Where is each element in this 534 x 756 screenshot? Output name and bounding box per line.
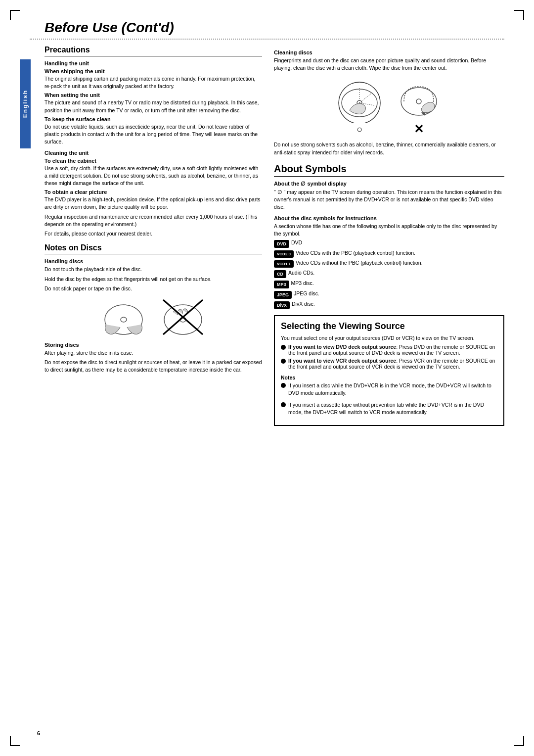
cleaning-incorrect: ✕ — [394, 77, 444, 136]
disc-item-mp3: MP3 MP3 disc. — [274, 280, 504, 288]
precautions-title: Precautions — [44, 46, 262, 56]
dvd-source-item: If you want to view DVD deck output sour… — [281, 344, 497, 356]
cleaning-discs-label: Cleaning discs — [274, 49, 504, 55]
notes-title: Notes — [281, 375, 497, 380]
storing-discs-label: Storing discs — [44, 342, 262, 348]
page-title: Before Use (Cont'd) — [44, 20, 504, 36]
storing-discs-text1: After playing, store the disc in its cas… — [44, 349, 262, 357]
handling-discs-text3: Do not stick paper or tape on the disc. — [44, 285, 262, 292]
handling-unit-label: Handling the unit — [44, 60, 262, 66]
cleaning-diagram: ○ ✕ — [274, 77, 504, 136]
note-text-1: If you insert a disc while the DVD+VCR i… — [288, 382, 497, 397]
badge-vcd11: VCD1.1 — [274, 260, 294, 268]
note-item-1: If you insert a disc while the DVD+VCR i… — [281, 382, 497, 399]
note-text-2: If you insert a cassette tape without pr… — [288, 401, 497, 416]
keep-surface-label: To keep the surface clean — [44, 116, 262, 122]
cleaning-discs-text2: Do not use strong solvents such as alcoh… — [274, 141, 504, 156]
bullet-vcr — [281, 359, 286, 364]
vcr-source-item: If you want to view VCR deck output sour… — [281, 358, 497, 370]
vcr-source-label: If you want to view VCR deck output sour… — [288, 358, 396, 364]
bullet-note-1 — [281, 383, 286, 388]
dvd-source-content: If you want to view DVD deck output sour… — [288, 344, 497, 356]
badge-dvd: DVD — [274, 240, 289, 248]
clean-cabinet-text: Use a soft, dry cloth. If the surfaces a… — [44, 165, 262, 188]
disc-item-vcd20: VCD2.0 Video CDs with the PBC (playback … — [274, 250, 504, 258]
disc-correct-svg — [101, 297, 146, 337]
badge-cd: CD — [274, 270, 286, 278]
clear-picture-label: To obtain a clear picture — [44, 189, 262, 195]
disc-symbols-text: A section whose title has one of the fol… — [274, 223, 504, 237]
clear-picture-text1: The DVD player is a high-tech, precision… — [44, 196, 262, 211]
notes-on-discs-title: Notes on Discs — [44, 243, 262, 254]
notes-section: Notes If you insert a disc while the DVD… — [281, 375, 497, 418]
when-setting-text: The picture and sound of a nearby TV or … — [44, 99, 262, 114]
dotted-divider — [30, 39, 504, 40]
disc-item-vcd11: VCD1.1 Video CDs without the PBC (playba… — [274, 260, 504, 268]
handling-discs-text2: Hold the disc by the edges so that finge… — [44, 276, 262, 283]
disc-good-image — [101, 297, 146, 337]
disc-incorrect-svg — [161, 297, 205, 337]
storing-discs-text2: Do not expose the disc to direct sunligh… — [44, 359, 262, 374]
disc-vcd11-text: Video CDs without the PBC (playback cont… — [296, 260, 423, 266]
badge-jpeg: JPEG — [274, 291, 292, 299]
x-symbol: ✕ — [394, 122, 444, 136]
svg-point-1 — [121, 317, 127, 322]
right-column: Cleaning discs Fingerprints and dust on … — [274, 46, 504, 426]
badge-divx: DivX — [274, 301, 290, 309]
when-shipping-label: When shipping the unit — [44, 68, 262, 74]
cleaning-discs-text1: Fingerprints and dust on the disc can ca… — [274, 57, 504, 72]
clear-picture-text2: Regular inspection and maintenance are r… — [44, 213, 262, 228]
about-symbols-title: About Symbols — [274, 163, 504, 177]
svg-point-2 — [164, 305, 202, 334]
clear-picture-text3: For details, please contact your nearest… — [44, 230, 262, 237]
note-item-2: If you insert a cassette tape without pr… — [281, 401, 497, 418]
bullet-note-2 — [281, 402, 286, 407]
handling-discs-label: Handling discs — [44, 258, 262, 264]
disc-item-dvd: DVD DVD — [274, 239, 504, 248]
cleaning-correct-svg — [335, 78, 384, 123]
disc-vcd20-text: Video CDs with the PBC (playback control… — [296, 250, 415, 256]
clean-cabinet-label: To clean the cabinet — [44, 158, 262, 164]
cleaning-unit-label: Cleaning the unit — [44, 150, 262, 156]
svg-point-13 — [416, 99, 421, 104]
disc-bad-image — [161, 297, 205, 337]
bullet-dvd — [281, 345, 286, 350]
cleaning-incorrect-svg — [394, 77, 444, 121]
page-number: 6 — [37, 730, 40, 736]
symbol-display-label: About the ∅ symbol display — [274, 181, 504, 187]
svg-line-10 — [359, 93, 372, 103]
check-symbol: ○ — [335, 124, 384, 135]
symbol-display-text: " ∅ " may appear on the TV screen during… — [274, 189, 504, 211]
left-column: Precautions Handling the unit When shipp… — [44, 46, 262, 426]
disc-mp3-text: MP3 disc. — [291, 280, 314, 286]
badge-mp3: MP3 — [274, 281, 289, 288]
viewing-source-title: Selecting the Viewing Source — [281, 321, 497, 331]
handling-discs-text1: Do not touch the playback side of the di… — [44, 266, 262, 273]
keep-surface-text: Do not use volatile liquids, such as ins… — [44, 123, 262, 146]
disc-symbols-label: About the disc symbols for instructions — [274, 215, 504, 221]
disc-cd-text: Audio CDs. — [288, 270, 314, 276]
badge-vcd20: VCD2.0 — [274, 250, 294, 258]
disc-divx-text: DivX disc. — [292, 301, 315, 307]
viewing-source-box: Selecting the Viewing Source You must se… — [274, 315, 504, 426]
dvd-source-label: If you want to view DVD deck output sour… — [288, 344, 396, 350]
disc-jpeg-text: JPEG disc. — [294, 290, 319, 296]
vcr-source-content: If you want to view VCR deck output sour… — [288, 358, 497, 370]
when-setting-label: When setting the unit — [44, 92, 262, 98]
disc-item-cd: CD Audio CDs. — [274, 270, 504, 278]
disc-handling-images — [44, 297, 262, 337]
when-shipping-text: The original shipping carton and packing… — [44, 75, 262, 90]
disc-item-jpeg: JPEG JPEG disc. — [274, 290, 504, 299]
disc-item-divx: DivX DivX disc. — [274, 301, 504, 309]
disc-dvd-text: DVD — [291, 239, 302, 245]
cleaning-correct: ○ — [335, 78, 384, 135]
viewing-source-intro: You must select one of your output sourc… — [281, 334, 497, 342]
